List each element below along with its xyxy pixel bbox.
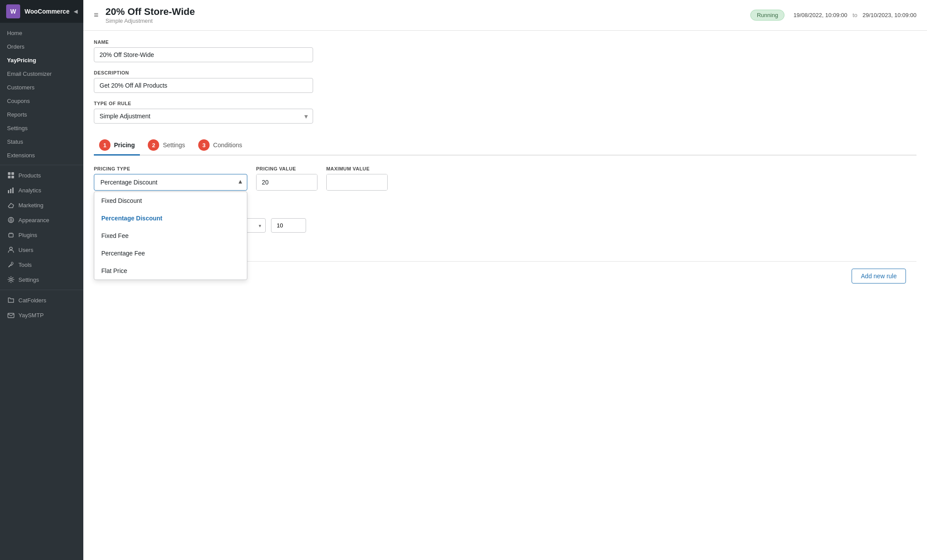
svg-rect-0 [8, 172, 11, 175]
sidebar-header[interactable]: W WooCommerce ◀ [0, 0, 83, 23]
description-label: DESCRIPTION [94, 70, 916, 75]
sidebar-item-orders[interactable]: Orders [0, 40, 83, 53]
analytics-icon [7, 186, 15, 194]
appearance-icon [7, 216, 15, 224]
sidebar-item-plugins[interactable]: Plugins [0, 227, 83, 242]
sidebar-item-settings2[interactable]: Settings [0, 272, 83, 287]
sidebar-item-marketing[interactable]: Marketing [0, 198, 83, 213]
pricing-row: PRICING TYPE Percentage Discount ▴ Fixed… [94, 166, 916, 191]
filter-value-input[interactable] [271, 218, 306, 233]
sidebar-divider2 [0, 290, 83, 290]
users-label: Users [18, 247, 33, 253]
settings-label: Settings [7, 125, 28, 131]
name-label: NAME [94, 39, 916, 45]
sidebar-menu: Home Orders YayPricing Email Customizer … [0, 23, 83, 326]
sidebar-item-customers[interactable]: Customers [0, 81, 83, 94]
catfolders-icon [7, 296, 15, 304]
page-subtitle: Simple Adjustment [106, 18, 743, 24]
menu-icon[interactable]: ≡ [94, 11, 99, 20]
date-to: 29/10/2023, 10:09:00 [863, 12, 916, 18]
yaysmtp-label: YaySMTP [18, 312, 44, 319]
pricing-value-label: PRICING VALUE [256, 166, 317, 171]
tab-pricing[interactable]: 1 Pricing [94, 136, 140, 156]
sidebar-item-yaypricing[interactable]: YayPricing [0, 53, 83, 67]
type-rule-select-wrapper: Simple Adjustment ▾ [94, 109, 313, 124]
settings2-label: Settings [18, 276, 39, 283]
svg-point-10 [10, 279, 12, 281]
tab-conditions[interactable]: 3 Conditions [193, 136, 247, 156]
sidebar-item-catfolders[interactable]: CatFolders [0, 293, 83, 308]
pricing-type-label: PRICING TYPE [94, 166, 247, 171]
svg-rect-4 [8, 190, 9, 193]
tab-settings-label: Settings [163, 142, 185, 149]
pricing-value-group: PRICING VALUE % [256, 166, 317, 191]
coupons-label: Coupons [7, 98, 30, 104]
pricing-type-select[interactable]: Percentage Discount [94, 174, 247, 191]
svg-rect-8 [9, 234, 13, 237]
pricing-type-select-wrapper: Percentage Discount ▴ Fixed Discount Per… [94, 174, 247, 191]
sidebar-item-extensions[interactable]: Extensions [0, 149, 83, 162]
pricing-value-input-wrapper: % [256, 174, 317, 191]
tab-settings-badge: 2 [148, 139, 159, 151]
tabs-area: 1 Pricing 2 Settings 3 Conditions [94, 131, 916, 156]
sidebar-item-email-customizer[interactable]: Email Customizer [0, 67, 83, 81]
sidebar-item-analytics[interactable]: Analytics [0, 183, 83, 198]
type-rule-group: TYPE OF RULE Simple Adjustment ▾ [94, 101, 916, 124]
max-value-input-wrapper: $ [326, 174, 388, 191]
plugins-icon [7, 231, 15, 239]
svg-rect-2 [8, 176, 11, 178]
date-from: 19/08/2022, 10:09:00 [793, 12, 847, 18]
plugins-label: Plugins [18, 232, 37, 238]
sidebar-item-users[interactable]: Users [0, 242, 83, 257]
sidebar-item-appearance[interactable]: Appearance [0, 213, 83, 227]
max-value-input[interactable] [327, 174, 388, 190]
type-rule-label: TYPE OF RULE [94, 101, 916, 106]
pricing-type-dropdown: Fixed Discount Percentage Discount Fixed… [94, 191, 247, 280]
pricing-value-input[interactable] [257, 174, 317, 190]
dropdown-item-percentage-fee[interactable]: Percentage Fee [94, 245, 247, 262]
topbar-right: Running 19/08/2022, 10:09:00 to 29/10/20… [750, 10, 916, 21]
svg-rect-6 [12, 188, 14, 193]
woo-logo: W [6, 4, 20, 18]
dropdown-item-percentage-discount[interactable]: Percentage Discount [94, 209, 247, 227]
form-area: NAME DESCRIPTION TYPE OF RULE Simple Adj… [83, 31, 927, 299]
sidebar-divider [0, 165, 83, 165]
name-group: NAME [94, 39, 916, 62]
svg-point-9 [10, 247, 12, 250]
description-input[interactable] [94, 78, 313, 93]
add-new-rule-button[interactable]: Add new rule [852, 269, 906, 284]
date-range: 19/08/2022, 10:09:00 to 29/10/2023, 10:0… [793, 12, 916, 18]
tab-pricing-badge: 1 [99, 139, 111, 151]
sidebar-item-coupons[interactable]: Coupons [0, 94, 83, 108]
users-icon [7, 246, 15, 254]
products-label: Products [18, 172, 41, 179]
sidebar: W WooCommerce ◀ Home Orders YayPricing E… [0, 0, 83, 560]
sidebar-item-reports[interactable]: Reports [0, 108, 83, 121]
catfolders-label: CatFolders [18, 297, 46, 304]
max-value-label: MAXIMUM VALUE [326, 166, 388, 171]
appearance-label: Appearance [18, 217, 49, 223]
sidebar-item-products[interactable]: Products [0, 168, 83, 183]
name-input[interactable] [94, 47, 313, 62]
type-rule-select[interactable]: Simple Adjustment [94, 109, 313, 124]
sidebar-item-home[interactable]: Home [0, 26, 83, 40]
dropdown-item-fixed-fee[interactable]: Fixed Fee [94, 227, 247, 245]
max-value-group: MAXIMUM VALUE $ [326, 166, 388, 191]
dropdown-item-fixed-discount[interactable]: Fixed Discount [94, 192, 247, 209]
svg-rect-11 [8, 313, 14, 318]
orders-label: Orders [7, 43, 25, 50]
tools-icon [7, 261, 15, 269]
sidebar-item-status[interactable]: Status [0, 135, 83, 149]
sidebar-item-settings[interactable]: Settings [0, 121, 83, 135]
dropdown-item-flat-price[interactable]: Flat Price [94, 262, 247, 280]
sidebar-item-yaysmtp[interactable]: YaySMTP [0, 308, 83, 323]
svg-rect-5 [10, 189, 11, 193]
yaypricing-label: YayPricing [7, 57, 36, 64]
sidebar-item-tools[interactable]: Tools [0, 257, 83, 272]
date-separator: to [852, 12, 857, 18]
sidebar-brand-title: WooCommerce [25, 8, 69, 15]
tab-settings[interactable]: 2 Settings [143, 136, 190, 156]
svg-rect-3 [11, 176, 14, 178]
products-icon [7, 171, 15, 179]
sidebar-chevron-icon: ◀ [74, 8, 78, 14]
